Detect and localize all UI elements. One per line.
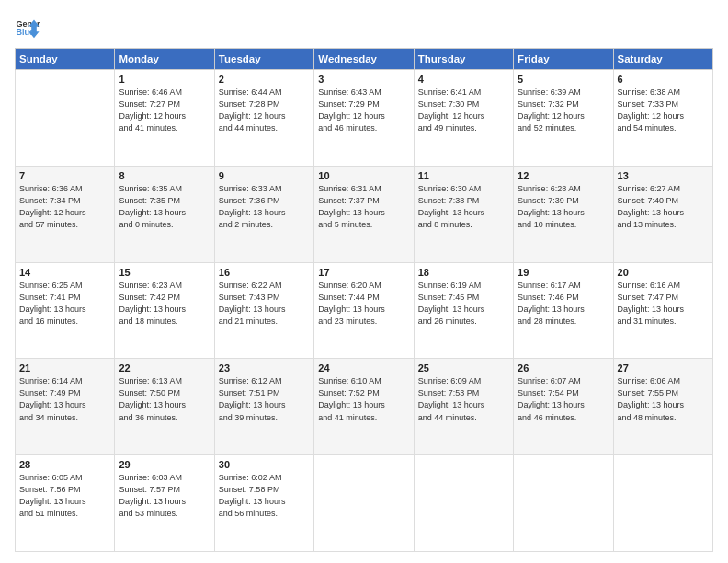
day-info: Sunrise: 6:36 AM Sunset: 7:34 PM Dayligh… <box>19 183 110 231</box>
day-info: Sunrise: 6:02 AM Sunset: 7:58 PM Dayligh… <box>219 472 310 520</box>
calendar-cell: 22Sunrise: 6:13 AM Sunset: 7:50 PM Dayli… <box>115 359 214 455</box>
calendar-cell: 7Sunrise: 6:36 AM Sunset: 7:34 PM Daylig… <box>16 166 115 262</box>
logo-icon: General Blue <box>15 15 40 40</box>
day-info: Sunrise: 6:05 AM Sunset: 7:56 PM Dayligh… <box>19 472 110 520</box>
calendar-cell: 18Sunrise: 6:19 AM Sunset: 7:45 PM Dayli… <box>414 262 513 359</box>
day-info: Sunrise: 6:25 AM Sunset: 7:41 PM Dayligh… <box>19 280 110 327</box>
calendar-cell: 14Sunrise: 6:25 AM Sunset: 7:41 PM Dayli… <box>16 262 115 359</box>
day-number: 14 <box>19 267 110 278</box>
day-info: Sunrise: 6:13 AM Sunset: 7:50 PM Dayligh… <box>119 375 210 423</box>
day-info: Sunrise: 6:19 AM Sunset: 7:45 PM Dayligh… <box>418 280 509 327</box>
calendar-cell: 16Sunrise: 6:22 AM Sunset: 7:43 PM Dayli… <box>214 262 313 359</box>
day-number: 11 <box>418 170 509 181</box>
day-number: 22 <box>119 362 210 373</box>
calendar-cell <box>16 70 115 167</box>
day-number: 25 <box>418 362 509 373</box>
day-number: 6 <box>618 74 709 85</box>
calendar-cell: 15Sunrise: 6:23 AM Sunset: 7:42 PM Dayli… <box>115 262 214 359</box>
week-row-3: 21Sunrise: 6:14 AM Sunset: 7:49 PM Dayli… <box>16 359 713 455</box>
day-info: Sunrise: 6:10 AM Sunset: 7:52 PM Dayligh… <box>318 375 409 423</box>
day-number: 27 <box>618 362 709 373</box>
logo: General Blue <box>15 15 40 40</box>
day-info: Sunrise: 6:39 AM Sunset: 7:32 PM Dayligh… <box>518 86 609 134</box>
calendar-cell: 10Sunrise: 6:31 AM Sunset: 7:37 PM Dayli… <box>314 166 414 262</box>
calendar-table: SundayMondayTuesdayWednesdayThursdayFrid… <box>15 48 713 552</box>
weekday-header-row: SundayMondayTuesdayWednesdayThursdayFrid… <box>16 49 713 70</box>
day-number: 13 <box>618 170 709 181</box>
calendar-cell: 23Sunrise: 6:12 AM Sunset: 7:51 PM Dayli… <box>214 359 313 455</box>
day-info: Sunrise: 6:09 AM Sunset: 7:53 PM Dayligh… <box>418 375 509 423</box>
week-row-0: 1Sunrise: 6:46 AM Sunset: 7:27 PM Daylig… <box>16 70 713 167</box>
day-number: 18 <box>418 267 509 278</box>
calendar-cell: 9Sunrise: 6:33 AM Sunset: 7:36 PM Daylig… <box>214 166 313 262</box>
day-number: 10 <box>318 170 409 181</box>
calendar-cell: 28Sunrise: 6:05 AM Sunset: 7:56 PM Dayli… <box>16 455 115 552</box>
day-info: Sunrise: 6:20 AM Sunset: 7:44 PM Dayligh… <box>318 280 409 327</box>
calendar-cell: 29Sunrise: 6:03 AM Sunset: 7:57 PM Dayli… <box>115 455 214 552</box>
calendar-cell: 30Sunrise: 6:02 AM Sunset: 7:58 PM Dayli… <box>214 455 313 552</box>
weekday-header-tuesday: Tuesday <box>214 49 313 70</box>
weekday-header-sunday: Sunday <box>16 49 115 70</box>
calendar-cell: 2Sunrise: 6:44 AM Sunset: 7:28 PM Daylig… <box>214 70 313 167</box>
day-number: 17 <box>318 267 409 278</box>
calendar-cell: 4Sunrise: 6:41 AM Sunset: 7:30 PM Daylig… <box>414 70 513 167</box>
header: General Blue <box>15 15 713 40</box>
day-number: 16 <box>219 267 310 278</box>
day-number: 24 <box>318 362 409 373</box>
day-number: 23 <box>219 362 310 373</box>
day-number: 8 <box>119 170 210 181</box>
day-number: 21 <box>19 362 110 373</box>
day-number: 15 <box>119 267 210 278</box>
calendar-cell: 5Sunrise: 6:39 AM Sunset: 7:32 PM Daylig… <box>514 70 613 167</box>
weekday-header-saturday: Saturday <box>613 49 712 70</box>
weekday-header-wednesday: Wednesday <box>314 49 414 70</box>
day-number: 4 <box>418 74 509 85</box>
week-row-4: 28Sunrise: 6:05 AM Sunset: 7:56 PM Dayli… <box>16 455 713 552</box>
calendar-cell: 11Sunrise: 6:30 AM Sunset: 7:38 PM Dayli… <box>414 166 513 262</box>
day-info: Sunrise: 6:41 AM Sunset: 7:30 PM Dayligh… <box>418 86 509 134</box>
week-row-2: 14Sunrise: 6:25 AM Sunset: 7:41 PM Dayli… <box>16 262 713 359</box>
day-info: Sunrise: 6:46 AM Sunset: 7:27 PM Dayligh… <box>119 86 210 134</box>
day-info: Sunrise: 6:16 AM Sunset: 7:47 PM Dayligh… <box>618 280 709 327</box>
day-number: 3 <box>318 74 409 85</box>
day-number: 7 <box>19 170 110 181</box>
day-info: Sunrise: 6:14 AM Sunset: 7:49 PM Dayligh… <box>19 375 110 423</box>
calendar-cell: 19Sunrise: 6:17 AM Sunset: 7:46 PM Dayli… <box>514 262 613 359</box>
calendar-cell: 26Sunrise: 6:07 AM Sunset: 7:54 PM Dayli… <box>514 359 613 455</box>
calendar-cell <box>613 455 712 552</box>
day-info: Sunrise: 6:22 AM Sunset: 7:43 PM Dayligh… <box>219 280 310 327</box>
day-number: 19 <box>518 267 609 278</box>
calendar-cell: 17Sunrise: 6:20 AM Sunset: 7:44 PM Dayli… <box>314 262 414 359</box>
day-info: Sunrise: 6:35 AM Sunset: 7:35 PM Dayligh… <box>119 183 210 231</box>
day-number: 9 <box>219 170 310 181</box>
day-number: 1 <box>119 74 210 85</box>
weekday-header-friday: Friday <box>514 49 613 70</box>
day-number: 30 <box>219 459 310 470</box>
day-info: Sunrise: 6:30 AM Sunset: 7:38 PM Dayligh… <box>418 183 509 231</box>
day-number: 28 <box>19 459 110 470</box>
calendar-cell: 3Sunrise: 6:43 AM Sunset: 7:29 PM Daylig… <box>314 70 414 167</box>
day-info: Sunrise: 6:06 AM Sunset: 7:55 PM Dayligh… <box>618 375 709 423</box>
calendar-cell: 12Sunrise: 6:28 AM Sunset: 7:39 PM Dayli… <box>514 166 613 262</box>
day-number: 29 <box>119 459 210 470</box>
calendar-cell <box>314 455 414 552</box>
calendar-cell: 27Sunrise: 6:06 AM Sunset: 7:55 PM Dayli… <box>613 359 712 455</box>
weekday-header-monday: Monday <box>115 49 214 70</box>
calendar-cell <box>514 455 613 552</box>
day-info: Sunrise: 6:43 AM Sunset: 7:29 PM Dayligh… <box>318 86 409 134</box>
page: General Blue SundayMondayTuesdayWednesda… <box>0 0 728 563</box>
week-row-1: 7Sunrise: 6:36 AM Sunset: 7:34 PM Daylig… <box>16 166 713 262</box>
day-info: Sunrise: 6:12 AM Sunset: 7:51 PM Dayligh… <box>219 375 310 423</box>
day-info: Sunrise: 6:03 AM Sunset: 7:57 PM Dayligh… <box>119 472 210 520</box>
weekday-header-thursday: Thursday <box>414 49 513 70</box>
day-info: Sunrise: 6:33 AM Sunset: 7:36 PM Dayligh… <box>219 183 310 231</box>
day-info: Sunrise: 6:31 AM Sunset: 7:37 PM Dayligh… <box>318 183 409 231</box>
day-info: Sunrise: 6:44 AM Sunset: 7:28 PM Dayligh… <box>219 86 310 134</box>
day-info: Sunrise: 6:23 AM Sunset: 7:42 PM Dayligh… <box>119 280 210 327</box>
calendar-cell: 13Sunrise: 6:27 AM Sunset: 7:40 PM Dayli… <box>613 166 712 262</box>
day-info: Sunrise: 6:17 AM Sunset: 7:46 PM Dayligh… <box>518 280 609 327</box>
day-info: Sunrise: 6:27 AM Sunset: 7:40 PM Dayligh… <box>618 183 709 231</box>
day-number: 5 <box>518 74 609 85</box>
calendar-cell: 8Sunrise: 6:35 AM Sunset: 7:35 PM Daylig… <box>115 166 214 262</box>
calendar-cell: 20Sunrise: 6:16 AM Sunset: 7:47 PM Dayli… <box>613 262 712 359</box>
